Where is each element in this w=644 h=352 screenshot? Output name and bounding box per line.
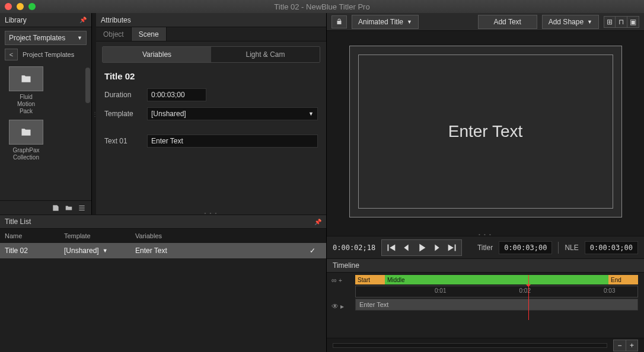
scrollbar[interactable]	[85, 68, 90, 103]
timeline-area[interactable]: ∞ + 👁 ▸ Start Middle End 0:01 0:02 0:03 …	[327, 273, 644, 338]
nle-timecode[interactable]: 0:00:03;00	[585, 241, 638, 254]
safe-zone-outline	[358, 55, 613, 209]
back-button[interactable]: <	[5, 49, 18, 60]
titlelist-header: Title List	[5, 217, 31, 226]
region-middle[interactable]: Middle	[385, 275, 608, 284]
goto-start-button[interactable]	[384, 242, 397, 253]
transport-bar: 0:00:02;18 Titler 0:00:03;00 NLE 0:00:03…	[327, 236, 644, 258]
check-icon[interactable]: ✓	[304, 247, 321, 255]
title-type-dropdown[interactable]: Animated Title ▼	[352, 15, 419, 29]
region-end[interactable]: End	[608, 275, 638, 284]
playhead[interactable]	[528, 275, 529, 320]
duration-label: Duration	[104, 91, 147, 99]
titlelist-columns: Name Template Variables	[0, 229, 326, 243]
unlock-icon	[336, 18, 343, 25]
zoom-out-button[interactable]: −	[614, 340, 626, 351]
timeline-regions[interactable]: Start Middle End	[355, 275, 638, 284]
preview-area: Enter Text	[327, 31, 644, 232]
chevron-down-icon: ▼	[308, 111, 314, 117]
duration-input[interactable]: 0:00:03;00	[147, 88, 206, 101]
library-header: Library	[5, 16, 27, 24]
text01-input[interactable]: Enter Text	[147, 135, 318, 148]
list-view-icon[interactable]	[77, 204, 87, 212]
titlelist-row[interactable]: Title 02 [Unshared]▼ Enter Text ✓	[0, 243, 326, 258]
window-title: Title 02 - NewBlue Titler Pro	[0, 2, 644, 11]
col-name: Name	[5, 232, 64, 239]
chevron-down-icon: ▼	[407, 19, 412, 25]
chevron-down-icon: ▼	[77, 35, 82, 41]
grid-icon[interactable]: ⊞	[604, 16, 616, 28]
library-item[interactable]: GraphPax Collection	[5, 120, 47, 161]
pin-icon[interactable]: 📌	[314, 219, 321, 225]
library-panel: Library 📌 Project Templates ▼ < Project …	[0, 13, 92, 215]
library-item[interactable]: Fluid Motion Pack	[5, 66, 47, 115]
tab-object[interactable]: Object	[96, 27, 132, 41]
lock-button[interactable]	[331, 15, 347, 28]
template-label: Template	[104, 110, 147, 118]
safe-zone-icon[interactable]: ⊓	[616, 16, 627, 28]
titlelist-body	[0, 258, 326, 352]
current-timecode: 0:00:02;18	[333, 244, 375, 252]
import-icon[interactable]	[64, 204, 74, 212]
goto-end-button[interactable]	[446, 242, 459, 253]
library-dropdown[interactable]: Project Templates ▼	[5, 31, 87, 45]
play-button[interactable]	[415, 242, 428, 253]
fullscreen-icon[interactable]: ▣	[627, 16, 639, 28]
timeline-scrollbar[interactable]	[333, 343, 607, 348]
folder-icon	[18, 73, 34, 85]
folder-icon	[18, 126, 34, 138]
pin-icon[interactable]: 📌	[79, 17, 87, 23]
subtab-lightcam[interactable]: Light & Cam	[211, 47, 320, 62]
preview-canvas[interactable]: Enter Text	[349, 46, 622, 217]
add-shape-dropdown[interactable]: Add Shape ▼	[542, 15, 599, 29]
loop-icon[interactable]: ∞ +	[331, 276, 344, 284]
text01-label: Text 01	[104, 137, 147, 145]
timeline-header: Timeline	[333, 261, 359, 270]
nle-label: NLE	[565, 244, 578, 252]
titlebar: Title 02 - NewBlue Titler Pro	[0, 0, 644, 13]
attributes-title: Title 02	[104, 71, 318, 81]
tab-scene[interactable]: Scene	[132, 27, 167, 41]
next-frame-button[interactable]	[431, 242, 444, 253]
breadcrumb[interactable]: Project Templates	[23, 51, 74, 58]
save-template-icon[interactable]	[51, 204, 60, 212]
template-select[interactable]: [Unshared] ▼	[147, 107, 318, 120]
visibility-icon[interactable]: 👁 ▸	[331, 302, 344, 311]
titler-label: Titler	[477, 244, 493, 252]
attributes-panel: Attributes Object Scene Variables Light …	[96, 13, 326, 215]
col-variables: Variables	[135, 232, 321, 239]
region-start[interactable]: Start	[355, 275, 385, 284]
chevron-down-icon[interactable]: ▼	[103, 248, 108, 254]
separator	[558, 242, 559, 254]
preview-toolbar: Animated Title ▼ Add Text Add Shape ▼ ⊞ …	[327, 13, 644, 31]
subtab-variables[interactable]: Variables	[103, 47, 211, 62]
chevron-down-icon: ▼	[587, 19, 592, 25]
prev-frame-button[interactable]	[400, 242, 413, 253]
add-text-button[interactable]: Add Text	[478, 15, 537, 29]
col-template: Template	[64, 232, 135, 239]
attributes-header: Attributes	[101, 16, 131, 24]
timeline-track[interactable]: Enter Text	[355, 299, 638, 311]
vertical-splitter[interactable]: ⋮	[92, 13, 96, 215]
zoom-in-button[interactable]: +	[626, 340, 637, 351]
titler-timecode[interactable]: 0:00:03;00	[499, 241, 552, 254]
timeline-ruler[interactable]: 0:01 0:02 0:03	[355, 286, 638, 297]
